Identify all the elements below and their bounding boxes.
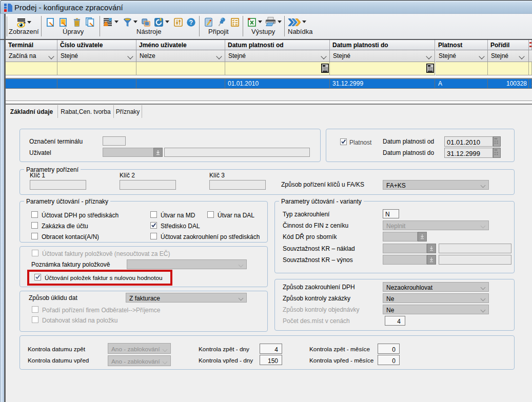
svg-text:?: ? bbox=[189, 19, 193, 26]
